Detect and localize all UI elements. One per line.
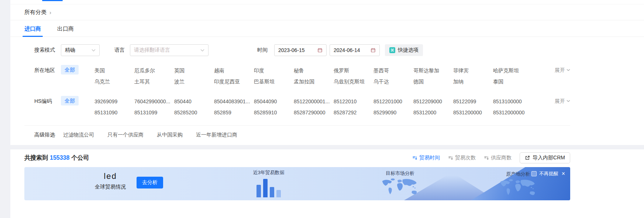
date-start-input[interactable]: 2023-06-15 <box>274 44 327 56</box>
hs-code-option[interactable]: 850440 <box>174 96 214 107</box>
go-analyze-button[interactable]: 去分析 <box>137 177 163 188</box>
hs-expand-button[interactable]: 展开 <box>555 96 570 106</box>
date-end-value: 2024-06-14 <box>334 47 360 53</box>
region-option[interactable]: 巴基斯坦 <box>254 76 294 87</box>
region-option[interactable]: 秘鲁 <box>294 65 334 76</box>
hs-code-option[interactable]: 85122099 <box>453 96 493 107</box>
tab-importers[interactable]: 进口商 <box>24 20 41 37</box>
market-title: 目标市场分析 <box>363 170 437 177</box>
filter-panel: 搜索模式 精确 语言 请选择翻译语言 时间 2023-06-15 2024-06… <box>10 37 644 145</box>
hs-code-option[interactable]: 852859 <box>214 107 254 118</box>
region-option[interactable]: 俄罗斯 <box>334 65 373 76</box>
results-count-suffix: 个公司 <box>71 154 89 162</box>
advanced-filter-label: 高级筛选 <box>34 132 55 138</box>
region-option[interactable]: 英国 <box>174 65 214 76</box>
page: 所有分类 › 进口商 出口商 搜索模式 精确 语言 请选择翻译语言 时间 202… <box>10 0 644 218</box>
region-option[interactable]: 孟加拉国 <box>294 76 334 87</box>
hs-code-option[interactable]: 39269099 <box>94 96 134 107</box>
results-section: 共搜索到 155338 个公司 贸易时间 贸易次数 供应商数 导入内 <box>10 149 644 218</box>
world-map-icon <box>497 179 539 198</box>
time-label: 时间 <box>257 47 268 53</box>
hs-code-option[interactable]: 85287290000 <box>294 107 334 118</box>
sort-icon <box>484 155 489 160</box>
region-option[interactable]: 哥斯达黎加 <box>413 65 453 76</box>
region-options: 美国乌克兰 厄瓜多尔土耳其 英国波兰 越南印度尼西亚 印度巴基斯坦 秘鲁孟加拉国… <box>94 65 555 87</box>
region-option[interactable]: 加纳 <box>453 76 493 87</box>
tab-bar: 进口商 出口商 <box>10 20 644 37</box>
single-supplier-option[interactable]: 只有一个供应商 <box>107 132 144 138</box>
import-crm-button[interactable]: 导入内部CRM <box>520 152 570 163</box>
region-option[interactable]: 土耳其 <box>134 76 174 87</box>
region-option[interactable]: 泰国 <box>493 76 533 87</box>
sort-supplier-count[interactable]: 供应商数 <box>484 155 512 161</box>
hs-code-option[interactable]: 76042990000... <box>134 96 174 107</box>
quick-options-button[interactable]: ⌘ 快捷选项 <box>385 44 423 56</box>
language-placeholder: 请选择翻译语言 <box>134 47 170 53</box>
region-expand-button[interactable]: 展开 <box>555 65 570 75</box>
dont-remind-checkbox[interactable] <box>531 171 537 176</box>
banner-subtitle: 全球贸易情况 <box>83 182 138 191</box>
chevron-down-icon <box>92 49 96 52</box>
buy-from-china-option[interactable]: 从中国采购 <box>157 132 183 138</box>
region-option[interactable]: 美国 <box>94 65 134 76</box>
hs-code-option[interactable]: 85044090 <box>254 96 294 107</box>
region-option[interactable]: 印度尼西亚 <box>214 76 254 87</box>
region-option[interactable]: 厄瓜多尔 <box>134 65 174 76</box>
region-option[interactable]: 哈萨克斯坦 <box>493 65 533 76</box>
close-icon[interactable]: × <box>562 171 565 176</box>
hs-code-option[interactable]: 85285910 <box>254 107 294 118</box>
chevron-down-icon <box>566 100 570 102</box>
tab-exporters[interactable]: 出口商 <box>57 20 74 37</box>
results-count-prefix: 共搜索到 <box>24 154 48 162</box>
sort-icon <box>448 155 453 160</box>
filter-logistics-option[interactable]: 过滤物流公司 <box>63 132 94 138</box>
hs-code-option[interactable]: 85287292 <box>334 107 373 118</box>
hs-code-option[interactable]: 85131099 <box>134 107 174 118</box>
advanced-filter-row: 高级筛选 过滤物流公司 只有一个供应商 从中国采购 近一年新增进口商 <box>10 126 570 145</box>
sort-trade-time[interactable]: 贸易时间 <box>412 155 440 161</box>
sort-icon <box>412 155 417 160</box>
region-option[interactable]: 乌克兰 <box>94 76 134 87</box>
region-all-chip[interactable]: 全部 <box>61 65 79 75</box>
hs-code-label: HS编码 <box>34 96 55 106</box>
language-label: 语言 <box>114 47 125 53</box>
section-gap <box>10 145 644 149</box>
hs-code-option[interactable]: 85312000 <box>413 107 453 118</box>
hs-code-option[interactable]: 85285200 <box>174 107 214 118</box>
region-option[interactable]: 墨西哥 <box>373 65 413 76</box>
hs-code-option[interactable]: 85044083901... <box>214 96 254 107</box>
hs-all-chip[interactable]: 全部 <box>61 96 79 105</box>
region-option[interactable]: 菲律宾 <box>453 65 493 76</box>
results-count: 155338 <box>50 155 69 161</box>
new-importers-option[interactable]: 近一年新增进口商 <box>196 132 237 138</box>
hs-code-option[interactable]: 8512209000 <box>413 96 453 107</box>
region-option[interactable]: 波兰 <box>174 76 214 87</box>
date-start-value: 2023-06-15 <box>278 47 305 53</box>
region-option[interactable]: 乌干达 <box>373 76 413 87</box>
banner-keyword-block: led 全球贸易情况 <box>83 171 138 191</box>
hs-code-option[interactable]: 85312000000 <box>493 107 533 118</box>
trade-data-chart-block: 近3年贸易数据 <box>245 169 293 197</box>
region-option[interactable]: 乌兹别克斯坦 <box>334 76 373 87</box>
date-end-input[interactable]: 2024-06-14 <box>330 44 380 56</box>
chevron-down-icon <box>200 49 204 52</box>
cutoff-tab-underline <box>42 0 63 1</box>
hs-code-option[interactable]: 85122010 <box>334 96 373 107</box>
language-select[interactable]: 请选择翻译语言 <box>130 44 209 56</box>
hs-code-option[interactable]: 85131090 <box>94 107 134 118</box>
hs-code-option[interactable]: 8531200000 <box>453 107 493 118</box>
region-option[interactable]: 德国 <box>413 76 453 87</box>
hs-code-options: 3926909985131090 76042990000...85131099 … <box>94 96 555 118</box>
breadcrumb-label[interactable]: 所有分类 <box>24 9 47 16</box>
search-mode-select[interactable]: 精确 <box>61 44 100 56</box>
hs-code-option[interactable]: 85122000001... <box>294 96 334 107</box>
hs-code-option[interactable]: 85299090 <box>373 107 413 118</box>
sort-trade-count[interactable]: 贸易次数 <box>448 155 476 161</box>
command-grid-icon: ⌘ <box>389 47 395 53</box>
hs-code-option[interactable]: 8513100000 <box>493 96 533 107</box>
region-option[interactable]: 越南 <box>214 65 254 76</box>
search-options-row: 搜索模式 精确 语言 请选择翻译语言 时间 2023-06-15 2024-06… <box>10 44 570 56</box>
hs-code-option[interactable]: 8512201000 <box>373 96 413 107</box>
region-option[interactable]: 印度 <box>254 65 294 76</box>
chart-title: 近3年贸易数据 <box>245 169 293 176</box>
